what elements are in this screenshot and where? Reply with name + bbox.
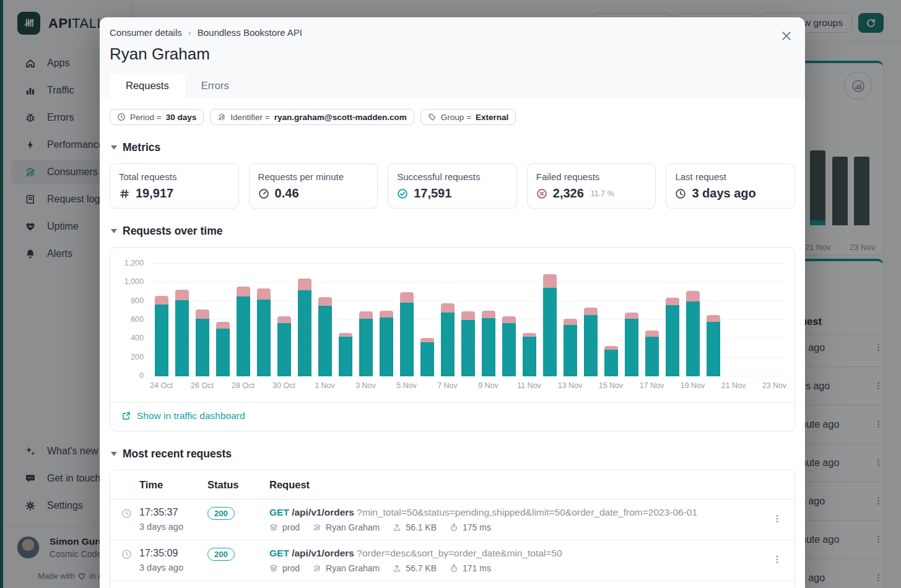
x-axis-tick-label: 5 Nov [396,381,417,390]
tab-errors[interactable]: Errors [185,73,245,98]
failed-segment [666,298,679,305]
traffic-dashboard-link[interactable]: Show in traffic dashboard [121,410,245,422]
success-segment [564,325,577,376]
stacked-bar[interactable] [441,303,455,376]
close-button[interactable] [779,28,794,43]
breadcrumb-consumer-details[interactable]: Consumer details [110,27,182,38]
most-recent-requests-section-header[interactable]: Most recent requests [111,447,795,460]
stacked-bar[interactable] [707,315,720,376]
success-segment [196,319,209,376]
stacked-bar[interactable] [625,313,638,376]
chart-slot [621,264,642,376]
success-segment [461,320,475,376]
chart-slot: 13 Nov [560,264,580,376]
failed-segment [543,274,557,288]
stacked-bar[interactable] [543,274,557,376]
request-query: ?order=desc&sort_by=order_date&min_total… [357,548,562,558]
row-menu-button[interactable] [772,514,782,526]
stacked-bar[interactable] [216,322,230,376]
env-label: prod [282,522,300,532]
stacked-bar[interactable] [502,316,516,376]
y-axis-tick-label: 600 [131,315,144,324]
stacked-bar[interactable] [175,290,189,376]
modal-body: Period =30 days Identifier =ryan.graham@… [100,98,805,588]
stacked-bar[interactable] [257,288,271,376]
stacked-bar[interactable] [359,311,373,376]
request-path: /api/v1/orders [292,548,354,558]
chart-slot: 30 Oct [274,264,294,376]
stacked-bar[interactable] [645,331,659,376]
filter-chip-period[interactable]: Period =30 days [110,109,204,125]
chart-slot: 23 Nov [764,264,785,376]
stacked-bar[interactable] [298,279,311,376]
stacked-bar[interactable] [339,333,352,377]
success-segment [482,318,495,376]
stacked-bar[interactable] [666,298,679,376]
success-segment [400,303,414,376]
filter-chip-identifier[interactable]: Identifier =ryan.graham@scott-madden.com [210,109,414,125]
stacked-bar[interactable] [564,319,577,376]
request-meta: prod Ryan Graham 56.7 KB 171 ms [269,563,766,573]
chart-slot: 19 Nov [682,264,703,376]
stacked-bar[interactable] [584,308,598,376]
chart-slot [498,264,519,376]
success-segment [420,342,434,376]
metric-total-requests: Total requests 19,917 [110,163,239,209]
failed-segment [625,313,638,319]
stacked-bar[interactable] [482,311,495,376]
stacked-bar[interactable] [686,291,700,376]
stacked-bar[interactable] [277,316,291,376]
stacked-bar[interactable] [461,311,475,376]
chart-footer: Show in traffic dashboard [110,402,794,431]
kebab-icon [772,514,782,524]
chart-slot: 17 Nov [642,264,662,376]
y-axis-tick-label: 1,200 [124,259,144,267]
check-circle-icon [397,188,408,199]
success-segment [502,323,516,376]
success-segment [523,337,536,376]
stacked-bar[interactable] [380,311,393,376]
x-axis-tick-label: 23 Nov [762,381,787,390]
failed-segment [277,316,291,323]
requests-chart: 1,2001,0008006004002000 24 Oct26 Oct28 O… [110,248,794,402]
tab-requests[interactable]: Requests [110,73,185,98]
stacked-bar[interactable] [523,333,536,377]
stacked-bar[interactable] [318,297,332,376]
stacked-bar[interactable] [237,287,250,376]
stacked-bar[interactable] [155,296,168,376]
response-time: 175 ms [463,522,491,532]
failed-segment [461,311,475,320]
stacked-bar[interactable] [420,338,434,376]
row-menu-button[interactable] [772,555,782,567]
tab-bar: Requests Errors [110,73,795,98]
y-axis-tick-label: 400 [131,334,144,342]
stacked-bar[interactable] [604,346,618,376]
hash-icon [119,188,130,199]
x-axis-tick-label: 7 Nov [437,381,458,390]
section-title: Most recent requests [123,447,232,460]
table-row[interactable]: 17:35:37 3 days ago 200 GET /api/v1/orde… [110,499,794,540]
failed-segment [196,309,209,318]
table-row[interactable]: 17:32:39 3 days ago 200 GET /api/v1/book… [110,581,794,588]
env-label: prod [282,563,300,573]
requests-over-time-section-header[interactable]: Requests over time [111,225,795,238]
failed-segment [564,319,577,326]
stacked-bar[interactable] [196,309,209,376]
chart-slot [294,264,315,376]
metric-value: 3 days ago [692,186,755,201]
gauge-icon [258,188,269,199]
consumer-label: Ryan Graham [326,522,380,532]
stacked-bar[interactable] [400,292,414,376]
breadcrumb-api[interactable]: Boundless Bookstore API [198,27,302,38]
filter-chip-group[interactable]: Group =External [420,109,516,125]
collapse-triangle-icon [111,145,117,150]
x-axis-tick-label: 26 Oct [191,381,214,390]
failed-segment [298,279,311,291]
table-row[interactable]: 17:35:09 3 days ago 200 GET /api/v1/orde… [110,540,794,581]
success-segment [216,329,230,376]
metrics-section-header[interactable]: Metrics [111,141,795,154]
chart-slot [539,264,560,376]
failed-segment [645,331,659,336]
request-line: GET /api/v1/orders ?order=desc&sort_by=o… [269,548,766,559]
stopwatch-icon [450,564,458,573]
